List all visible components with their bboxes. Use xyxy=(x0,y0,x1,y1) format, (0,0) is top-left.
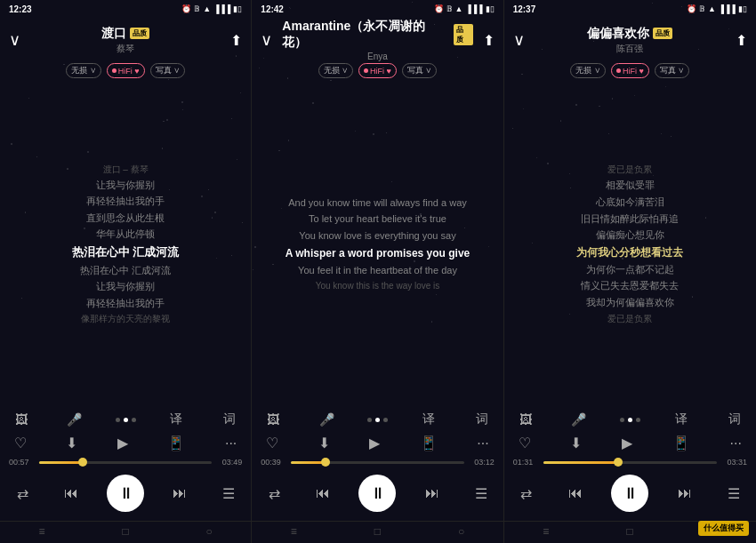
more-button[interactable]: ··· xyxy=(225,435,237,451)
cast-button[interactable]: 📱 xyxy=(420,435,438,451)
word-icon[interactable]: 词 xyxy=(722,411,747,427)
quality-option-1[interactable]: HiFi ♥ xyxy=(358,63,397,78)
next-button[interactable]: ⏭ xyxy=(166,485,193,501)
header: ∨ 偏偏喜欢你 品质 陈百强 ⬆ xyxy=(504,18,756,60)
nav-item-1[interactable]: □ xyxy=(374,525,381,538)
menu-button[interactable]: ☰ xyxy=(215,485,242,502)
dot-2 xyxy=(124,418,128,422)
playback-row: ⇄ ⏮ ⏸ ⏭ ☰ xyxy=(0,469,251,521)
prev-button[interactable]: ⏮ xyxy=(562,485,589,501)
total-time: 03:49 xyxy=(217,458,242,467)
play-pause-button[interactable]: ⏸ xyxy=(107,475,144,512)
nav-item-0[interactable]: ≡ xyxy=(543,525,549,538)
controls-bar: 🖼 🎤 译 词 xyxy=(0,406,251,431)
more-button[interactable]: ··· xyxy=(477,435,488,451)
dot-1 xyxy=(116,418,120,422)
menu-button[interactable]: ☰ xyxy=(468,485,495,502)
status-bar: 12:37 ⏰ 𝔹 ▲ ▐▐▐ ▮▯ xyxy=(504,0,756,18)
next-button[interactable]: ⏭ xyxy=(672,485,698,501)
lyric-line-8: 再轻轻抽出我的手 xyxy=(13,296,237,312)
quality-option-2[interactable]: 写真 ∨ xyxy=(402,63,438,78)
favorite-button[interactable]: ♡ xyxy=(266,435,278,451)
shuffle-button[interactable]: ⇄ xyxy=(9,485,36,502)
menu-button[interactable]: ☰ xyxy=(720,485,747,502)
lyric-line-2: 再轻轻抽出我的手 xyxy=(13,194,237,210)
favorite-button[interactable]: ♡ xyxy=(14,435,27,451)
back-button[interactable]: ∨ xyxy=(9,30,30,50)
nav-item-0[interactable]: ≡ xyxy=(38,525,44,538)
nav-item-2[interactable]: ○ xyxy=(206,525,213,538)
quality-option-0[interactable]: 无损 ∨ xyxy=(570,63,606,78)
quality-badge: 品质 xyxy=(653,28,672,39)
nav-item-2[interactable]: ○ xyxy=(458,525,464,538)
progress-fill xyxy=(39,461,83,464)
mic-icon[interactable]: 🎤 xyxy=(314,412,339,427)
next-button[interactable]: ⏭ xyxy=(419,485,446,501)
quality-option-0[interactable]: 无损 ∨ xyxy=(66,63,101,78)
image-icon[interactable]: 🖼 xyxy=(261,412,286,427)
image-icon[interactable]: 🖼 xyxy=(513,412,538,427)
progress-bar[interactable] xyxy=(291,461,463,464)
word-icon[interactable]: 词 xyxy=(470,411,495,427)
status-time: 12:42 xyxy=(261,4,284,14)
download-button[interactable]: ⬇ xyxy=(66,435,77,451)
share-button[interactable]: ⬆ xyxy=(473,32,495,49)
prev-button[interactable]: ⏮ xyxy=(310,485,336,501)
mic-icon[interactable]: 🎤 xyxy=(567,412,591,427)
progress-bar[interactable] xyxy=(543,461,717,464)
back-button[interactable]: ∨ xyxy=(261,30,282,50)
cast-button[interactable]: 📱 xyxy=(672,435,690,451)
nav-item-1[interactable]: □ xyxy=(627,525,633,538)
share-button[interactable]: ⬆ xyxy=(726,32,747,49)
prev-button[interactable]: ⏮ xyxy=(58,485,84,501)
lyric-line-7: 让我与你握别 xyxy=(13,279,237,295)
signal-icon: ▐▐▐ xyxy=(466,4,483,13)
nav-item-0[interactable]: ≡ xyxy=(291,525,297,538)
translate-icon[interactable]: 译 xyxy=(416,411,441,427)
word-icon[interactable]: 词 xyxy=(217,411,242,427)
image-icon[interactable]: 🖼 xyxy=(9,412,34,427)
download-button[interactable]: ⬇ xyxy=(318,435,330,451)
quality-option-2[interactable]: 写真 ∨ xyxy=(655,63,690,78)
quality-row: 无损 ∨HiFi ♥写真 ∨ xyxy=(0,60,251,83)
progress-thumb[interactable] xyxy=(614,458,623,467)
nav-item-1[interactable]: □ xyxy=(122,525,128,538)
page-dots xyxy=(116,418,136,422)
shuffle-button[interactable]: ⇄ xyxy=(261,485,287,502)
mic-icon[interactable]: 🎤 xyxy=(62,412,87,427)
lyric-line-4: 华年从此停顿 xyxy=(13,227,237,243)
progress-bar[interactable] xyxy=(39,461,212,464)
hifi-dot xyxy=(112,68,117,73)
quality-option-1[interactable]: HiFi ♥ xyxy=(611,63,649,78)
current-time: 00:39 xyxy=(261,458,286,467)
download-button[interactable]: ⬇ xyxy=(570,435,582,451)
progress-thumb[interactable] xyxy=(78,458,87,467)
progress-thumb[interactable] xyxy=(321,458,330,467)
translate-icon[interactable]: 译 xyxy=(164,411,189,427)
dot-1 xyxy=(620,418,624,422)
share-button[interactable]: ⬆ xyxy=(221,32,242,49)
play-pause-button[interactable]: ⏸ xyxy=(358,475,396,512)
quality-option-1[interactable]: HiFi ♥ xyxy=(107,63,145,78)
cast-button[interactable]: 📱 xyxy=(167,435,185,451)
quality-badge: 品质 xyxy=(454,24,473,45)
video-button[interactable]: ▶ xyxy=(117,435,128,451)
shuffle-button[interactable]: ⇄ xyxy=(513,485,540,502)
lyric-line-1: To let your heart believe it's true xyxy=(265,212,489,228)
favorite-button[interactable]: ♡ xyxy=(519,435,531,451)
panel-panel-3: 12:37 ⏰ 𝔹 ▲ ▐▐▐ ▮▯ ∨ 偏偏喜欢你 品质 陈百强 ⬆ 无损 ∨… xyxy=(504,0,756,543)
play-pause-button[interactable]: ⏸ xyxy=(611,475,648,512)
quality-option-2[interactable]: 写真 ∨ xyxy=(150,63,186,78)
lyric-line-6: 热泪在心中 汇成河流 xyxy=(13,263,237,279)
video-button[interactable]: ▶ xyxy=(622,435,632,451)
artist-name: 蔡琴 xyxy=(117,43,134,55)
back-button[interactable]: ∨ xyxy=(513,30,535,50)
current-time: 01:31 xyxy=(513,458,538,467)
more-button[interactable]: ··· xyxy=(730,435,742,451)
playback-row: ⇄ ⏮ ⏸ ⏭ ☰ xyxy=(252,469,503,521)
quality-option-0[interactable]: 无损 ∨ xyxy=(318,63,354,78)
lyric-line-3: 直到思念从此生根 xyxy=(13,211,237,227)
panel-panel-2: 12:42 ⏰ 𝔹 ▲ ▐▐▐ ▮▯ ∨ Amarantine（永不凋谢的花） … xyxy=(252,0,503,543)
translate-icon[interactable]: 译 xyxy=(669,411,694,427)
video-button[interactable]: ▶ xyxy=(369,435,380,451)
